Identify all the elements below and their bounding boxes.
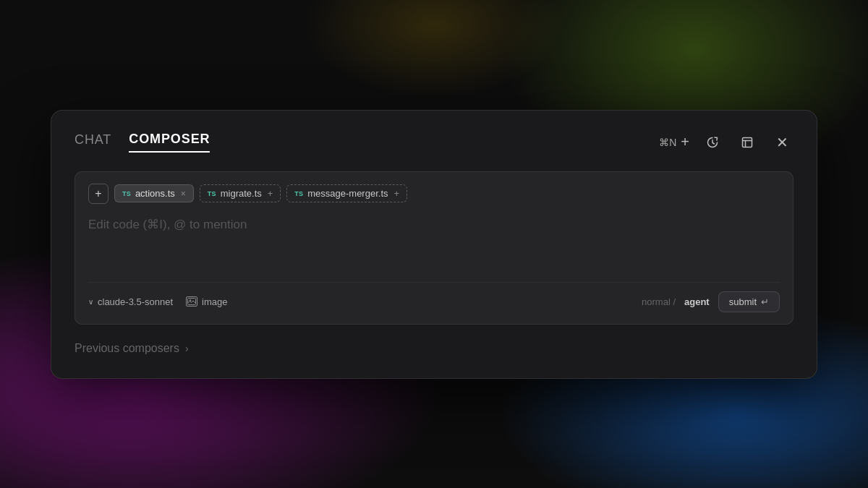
chip-name-2: migrate.ts [221, 188, 262, 199]
editor-area[interactable]: Edit code (⌘I), @ to mention [88, 214, 780, 272]
panel-header: CHAT COMPOSER ⌘N + [75, 131, 793, 154]
fullscreen-icon[interactable] [736, 131, 759, 154]
model-label: claude-3.5-sonnet [98, 296, 173, 307]
prev-composers-label: Previous composers [75, 342, 179, 355]
chevron-down-icon: ∨ [88, 298, 93, 306]
previous-composers[interactable]: Previous composers › [75, 342, 793, 355]
chip-add-3[interactable]: + [394, 188, 400, 199]
file-chips-row: + TS actions.ts × TS migrate.ts + TS mes… [88, 184, 780, 204]
history-icon[interactable] [701, 131, 724, 154]
enter-icon: ↵ [761, 296, 769, 307]
model-selector[interactable]: ∨ claude-3.5-sonnet [88, 296, 173, 307]
new-composer-icon[interactable]: + [681, 134, 689, 150]
file-chip-migrate[interactable]: TS migrate.ts + [200, 184, 281, 202]
chip-close-1[interactable]: × [181, 189, 186, 199]
add-file-button[interactable]: + [88, 184, 109, 204]
main-panel: CHAT COMPOSER ⌘N + [51, 110, 817, 379]
tab-chat[interactable]: CHAT [75, 132, 111, 152]
mode-prefix: normal / [642, 296, 676, 307]
ts-badge-2: TS [208, 190, 216, 197]
tab-group: CHAT COMPOSER [75, 132, 210, 153]
svg-rect-0 [743, 137, 752, 147]
cmd-symbol: ⌘N [659, 137, 676, 148]
file-chip-message-merger[interactable]: TS message-merger.ts + [286, 184, 407, 202]
ts-badge-3: TS [294, 190, 303, 197]
footer-left: ∨ claude-3.5-sonnet image [88, 296, 228, 307]
header-actions: ⌘N + ✕ [659, 131, 793, 154]
image-label: image [202, 296, 227, 307]
chip-add-2[interactable]: + [268, 188, 273, 199]
prev-composers-chevron: › [185, 343, 189, 354]
footer-right: normal / agent submit ↵ [642, 291, 780, 312]
file-chip-actions[interactable]: TS actions.ts × [114, 184, 194, 202]
new-composer-shortcut[interactable]: ⌘N + [659, 134, 689, 150]
image-button[interactable]: image [186, 296, 227, 307]
chip-name-3: message-merger.ts [307, 188, 388, 199]
submit-button[interactable]: submit ↵ [718, 291, 780, 312]
tab-composer[interactable]: COMPOSER [129, 132, 210, 153]
composer-footer: ∨ claude-3.5-sonnet image normal / [88, 282, 780, 312]
image-icon [186, 296, 197, 307]
composer-box: + TS actions.ts × TS migrate.ts + TS mes… [75, 171, 793, 325]
mode-active[interactable]: agent [684, 296, 710, 307]
ts-badge-1: TS [122, 190, 131, 197]
chip-name-1: actions.ts [135, 188, 175, 199]
close-button[interactable]: ✕ [770, 131, 793, 154]
